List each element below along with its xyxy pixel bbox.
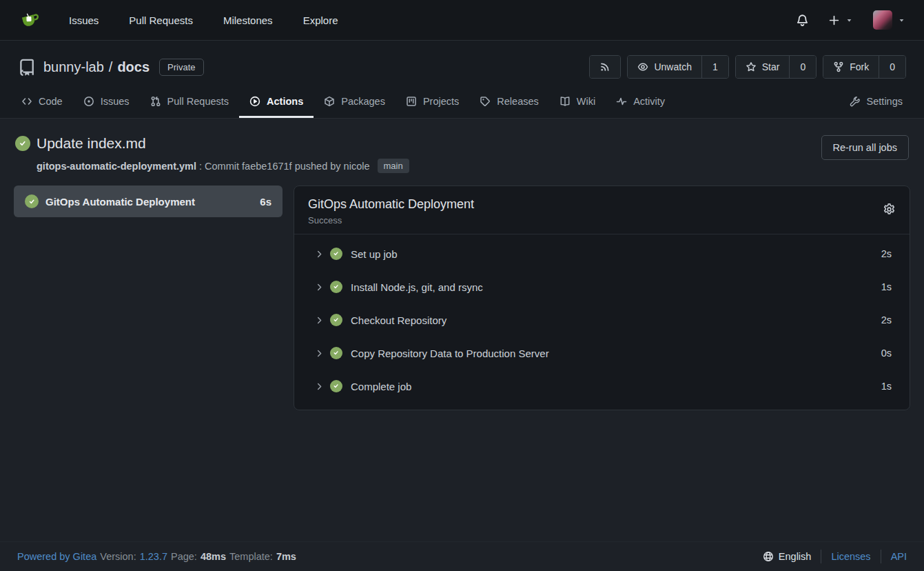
tab-settings[interactable]: Settings — [839, 88, 913, 118]
tab-activity[interactable]: Activity — [606, 88, 675, 118]
tab-packages[interactable]: Packages — [314, 88, 396, 118]
branch-badge[interactable]: main — [378, 159, 409, 173]
tab-issues[interactable]: Issues — [73, 88, 140, 118]
repo-actions: Unwatch 1 Star 0 Fork 0 — [589, 55, 906, 79]
nav-milestones[interactable]: Milestones — [223, 14, 273, 26]
job-list: GitOps Automatic Deployment 6s — [14, 186, 283, 410]
private-badge: Private — [159, 59, 203, 76]
step-success-icon — [330, 380, 342, 392]
job-status: Success — [308, 215, 474, 226]
chevron-right-icon — [315, 283, 324, 292]
tab-actions[interactable]: Actions — [239, 88, 314, 118]
pull-request-icon — [150, 96, 161, 107]
nav-issues[interactable]: Issues — [69, 14, 99, 26]
step-success-icon — [330, 347, 342, 359]
step-row[interactable]: Set up job 2s — [294, 237, 910, 270]
licenses-link[interactable]: Licenses — [831, 551, 870, 562]
page-label: Page: — [171, 551, 197, 562]
run-subtitle: gitops-automatic-deployment.yml: Commit … — [37, 159, 409, 173]
eye-icon — [637, 61, 648, 72]
steps-list: Set up job 2s Install Node.js, git, and … — [294, 234, 910, 410]
user-menu[interactable] — [873, 10, 906, 30]
run-success-icon — [15, 136, 30, 151]
language-selector[interactable]: English — [763, 551, 812, 562]
step-label: Checkout Repository — [351, 314, 446, 326]
powered-by-gitea-link[interactable]: Powered by Gitea — [17, 551, 96, 562]
job-list-item[interactable]: GitOps Automatic Deployment 6s — [14, 186, 283, 217]
step-label: Complete job — [351, 381, 411, 392]
navbar-links: Issues Pull Requests Milestones Explore — [69, 14, 338, 26]
star-group: Star 0 — [735, 55, 817, 79]
api-link[interactable]: API — [891, 551, 907, 562]
step-duration: 1s — [881, 381, 892, 392]
step-success-icon — [330, 281, 342, 293]
tab-projects[interactable]: Projects — [396, 88, 469, 118]
footer: Powered by Gitea Version: 1.23.7 Page: 4… — [0, 541, 924, 571]
repo-name-link[interactable]: docs — [117, 59, 150, 75]
watch-group: Unwatch 1 — [627, 55, 728, 79]
footer-right: English Licenses API — [763, 550, 907, 563]
rss-button[interactable] — [589, 55, 621, 79]
version-link[interactable]: 1.23.7 — [140, 551, 167, 562]
actions-run-view: Update index.md gitops-automatic-deploym… — [0, 119, 924, 541]
step-row[interactable]: Checkout Repository 2s — [294, 303, 910, 337]
tab-pull-requests[interactable]: Pull Requests — [140, 88, 239, 118]
run-body: GitOps Automatic Deployment 6s GitOps Au… — [14, 186, 910, 410]
fork-group: Fork 0 — [823, 55, 906, 79]
play-circle-icon — [249, 96, 260, 107]
repo-owner-link[interactable]: bunny-lab — [43, 59, 104, 75]
unwatch-button[interactable]: Unwatch — [628, 56, 701, 78]
tab-releases[interactable]: Releases — [469, 88, 548, 118]
workflow-file-link[interactable]: gitops-automatic-deployment.yml — [37, 161, 196, 172]
rerun-all-jobs-button[interactable]: Re-run all jobs — [821, 135, 910, 160]
job-panel-title: GitOps Automatic Deployment — [308, 197, 474, 212]
step-row[interactable]: Copy Repository Data to Production Serve… — [294, 337, 910, 370]
step-label: Set up job — [351, 248, 398, 260]
tag-icon — [480, 96, 491, 107]
run-header: Update index.md gitops-automatic-deploym… — [14, 135, 910, 173]
step-row[interactable]: Install Node.js, git, and rsync 1s — [294, 270, 910, 303]
template-time: 7ms — [276, 551, 296, 562]
package-icon — [324, 96, 335, 107]
nav-pull-requests[interactable]: Pull Requests — [129, 14, 193, 26]
step-success-icon — [330, 314, 342, 326]
step-row[interactable]: Complete job 1s — [294, 370, 910, 403]
job-detail-panel: GitOps Automatic Deployment Success Set … — [294, 186, 910, 410]
watch-count[interactable]: 1 — [701, 56, 728, 78]
gitea-logo[interactable] — [18, 8, 41, 32]
footer-divider — [821, 550, 821, 563]
job-success-icon — [25, 194, 39, 208]
step-duration: 2s — [881, 314, 892, 325]
step-duration: 0s — [881, 348, 892, 359]
caret-down-icon — [897, 16, 906, 25]
avatar — [873, 10, 892, 30]
fork-icon — [833, 61, 844, 72]
pulse-icon — [616, 96, 627, 107]
star-count[interactable]: 0 — [789, 56, 816, 78]
gear-icon[interactable] — [883, 203, 896, 216]
fork-button[interactable]: Fork — [823, 56, 879, 78]
issue-icon — [83, 96, 94, 107]
chevron-right-icon — [315, 250, 324, 259]
repo-title-row: bunny-lab / docs Private Unwatch 1 Star — [0, 52, 924, 81]
repo-header: bunny-lab / docs Private Unwatch 1 Star — [0, 41, 924, 119]
step-label: Copy Repository Data to Production Serve… — [351, 348, 549, 359]
job-name: GitOps Automatic Deployment — [45, 196, 195, 208]
project-icon — [406, 96, 417, 107]
star-button[interactable]: Star — [736, 56, 790, 78]
step-duration: 1s — [881, 281, 892, 292]
create-new-button[interactable] — [828, 14, 854, 26]
plus-icon — [828, 14, 840, 26]
tab-wiki[interactable]: Wiki — [549, 88, 606, 118]
nav-explore[interactable]: Explore — [303, 14, 338, 26]
step-duration: 2s — [881, 248, 892, 259]
version-label: Version: — [100, 551, 136, 562]
run-title: Update index.md — [37, 135, 146, 152]
chevron-right-icon — [315, 316, 324, 325]
top-navbar: Issues Pull Requests Milestones Explore — [0, 0, 924, 41]
caret-down-icon — [845, 16, 854, 25]
notifications-bell-icon[interactable] — [796, 14, 809, 27]
fork-count[interactable]: 0 — [879, 56, 905, 78]
tab-code[interactable]: Code — [11, 88, 73, 118]
repo-title: bunny-lab / docs — [43, 59, 150, 75]
